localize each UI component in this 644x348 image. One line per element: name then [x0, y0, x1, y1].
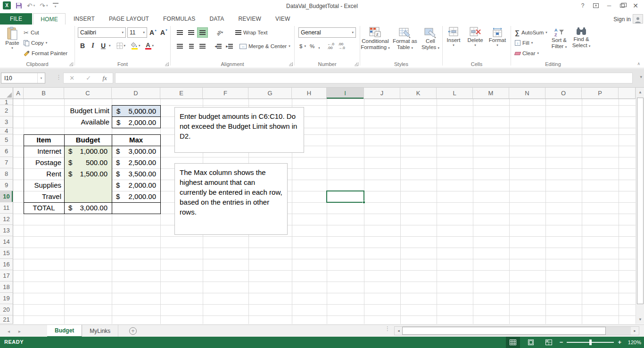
row-header-9[interactable]: 9: [0, 180, 13, 191]
row-header-15[interactable]: 15: [0, 248, 13, 259]
merge-center-button[interactable]: ↔ Merge & Center▾: [239, 41, 291, 51]
font-color-dropdown-icon[interactable]: ▾: [152, 44, 154, 48]
middle-align-button[interactable]: [186, 27, 197, 38]
cell-d2[interactable]: $5,000.00: [112, 105, 161, 117]
tab-home[interactable]: HOME: [33, 13, 66, 25]
zoom-slider[interactable]: [567, 340, 614, 345]
cut-button[interactable]: ✂Cut: [23, 27, 68, 38]
close-button[interactable]: ✕: [629, 0, 642, 11]
prev-sheet-button[interactable]: ◂: [8, 329, 10, 334]
borders-dropdown-icon[interactable]: ▾: [124, 44, 126, 48]
zoom-in-button[interactable]: +: [618, 340, 621, 345]
row-header-5[interactable]: 5: [0, 134, 13, 146]
avatar[interactable]: [633, 14, 643, 24]
select-all-button[interactable]: [0, 88, 13, 99]
page-layout-view-button[interactable]: [524, 337, 538, 348]
fill-button[interactable]: ↓Fill▾: [514, 38, 548, 48]
column-header-I[interactable]: I: [327, 88, 364, 99]
row-header-6[interactable]: 6: [0, 146, 13, 157]
sort-filter-button[interactable]: AZ Sort & Filter ▾: [548, 25, 570, 61]
row-header-1[interactable]: 1: [0, 99, 13, 105]
number-format-combo[interactable]: General▾: [298, 27, 356, 38]
new-sheet-button[interactable]: +: [129, 327, 137, 335]
column-header-M[interactable]: M: [473, 88, 509, 99]
tab-file[interactable]: FILE: [0, 13, 32, 25]
tab-review[interactable]: REVIEW: [231, 13, 268, 25]
horizontal-scrollbar[interactable]: ◂ ▸: [394, 326, 639, 335]
zoom-level[interactable]: 120%: [625, 340, 641, 345]
italic-button[interactable]: I: [88, 41, 98, 51]
column-header-partial[interactable]: [619, 88, 636, 99]
align-left-button[interactable]: [174, 41, 185, 51]
cell-c2[interactable]: Budget Limit: [64, 105, 112, 116]
percent-style-button[interactable]: %: [309, 41, 315, 51]
column-header-E[interactable]: E: [160, 88, 203, 99]
name-box[interactable]: I10 ▾: [1, 73, 45, 83]
formula-input[interactable]: [115, 73, 633, 83]
cell-c3[interactable]: Available: [64, 116, 112, 128]
column-header-J[interactable]: J: [364, 88, 400, 99]
column-header-D[interactable]: D: [112, 88, 160, 99]
delete-cells-button[interactable]: Delete ▾: [464, 25, 486, 61]
cell-d3[interactable]: $2,000.00: [112, 116, 161, 128]
borders-button[interactable]: [116, 42, 123, 49]
column-header-N[interactable]: N: [509, 88, 545, 99]
zoom-out-button[interactable]: −: [560, 340, 563, 345]
name-box-dropdown-icon[interactable]: ▾: [37, 73, 45, 83]
autosum-button[interactable]: ∑AutoSum▾: [514, 27, 548, 38]
column-header-C[interactable]: C: [64, 88, 112, 99]
orientation-button[interactable]: ab▾: [213, 27, 227, 38]
cell-styles-button[interactable]: Cell Styles ▾: [420, 25, 441, 61]
column-header-H[interactable]: H: [292, 88, 327, 99]
expand-formula-bar-icon[interactable]: ▾: [640, 75, 642, 79]
page-break-view-button[interactable]: [542, 337, 556, 348]
wrap-text-button[interactable]: Wrap Text: [234, 27, 268, 38]
zoom-slider-thumb[interactable]: [589, 340, 592, 345]
formula-bar-splitter[interactable]: ⋮: [56, 74, 62, 81]
top-align-button[interactable]: [174, 27, 185, 38]
row-header-8[interactable]: 8: [0, 168, 13, 180]
enter-icon[interactable]: ✓: [86, 75, 91, 82]
row-header-16[interactable]: 16: [0, 259, 13, 270]
align-right-button[interactable]: [197, 41, 208, 51]
comma-style-button[interactable]: ,: [317, 41, 321, 51]
vertical-scrollbar[interactable]: ▲ ▼: [636, 88, 644, 324]
column-header-P[interactable]: P: [582, 88, 619, 99]
alignment-dialog-launcher[interactable]: [289, 62, 293, 66]
name-box-value[interactable]: I10: [1, 75, 37, 82]
paste-button[interactable]: Paste ▾: [2, 25, 23, 61]
increase-indent-button[interactable]: ▸: [224, 41, 235, 51]
row-header-21[interactable]: 21: [0, 315, 13, 324]
font-color-button[interactable]: A: [145, 42, 151, 50]
sheet-tab-budget[interactable]: Budget: [47, 325, 82, 337]
scroll-down-button[interactable]: ▼: [636, 315, 644, 323]
decrease-decimal-button[interactable]: .00→.0: [337, 41, 346, 51]
insert-cells-button[interactable]: Insert ▾: [443, 25, 464, 61]
bold-button[interactable]: B: [78, 41, 87, 51]
help-button[interactable]: ?: [576, 0, 589, 11]
horizontal-scroll-thumb[interactable]: [402, 327, 606, 335]
shrink-font-button[interactable]: A▼: [159, 27, 169, 38]
underline-button[interactable]: U: [99, 41, 108, 51]
row-header-10[interactable]: 10: [0, 191, 13, 202]
scroll-up-button[interactable]: ▲: [636, 88, 644, 96]
note-textbox-2[interactable]: The Max column shows the highest amount …: [174, 163, 288, 235]
fill-color-button[interactable]: [131, 42, 138, 50]
collapse-ribbon-button[interactable]: ∧: [637, 61, 640, 66]
grow-font-button[interactable]: A▲: [149, 27, 158, 38]
font-size-combo[interactable]: 11▾: [127, 27, 147, 38]
row-header-7[interactable]: 7: [0, 157, 13, 168]
sheet-tab-mylinks[interactable]: MyLinks: [82, 325, 118, 337]
column-header-A[interactable]: A: [13, 88, 24, 99]
row-header-20[interactable]: 20: [0, 304, 13, 315]
column-header-K[interactable]: K: [400, 88, 437, 99]
tab-formulas[interactable]: FORMULAS: [156, 13, 202, 25]
fill-handle[interactable]: [363, 201, 365, 204]
format-as-table-button[interactable]: Format as Table ▾: [390, 25, 420, 61]
clear-button[interactable]: Clear▾: [514, 48, 548, 58]
tab-splitter[interactable]: ⋮: [385, 327, 390, 331]
ribbon-display-options-button[interactable]: [589, 0, 603, 11]
tab-page-layout[interactable]: PAGE LAYOUT: [102, 13, 156, 25]
font-dialog-launcher[interactable]: [165, 62, 169, 66]
row-header-13[interactable]: 13: [0, 225, 13, 236]
